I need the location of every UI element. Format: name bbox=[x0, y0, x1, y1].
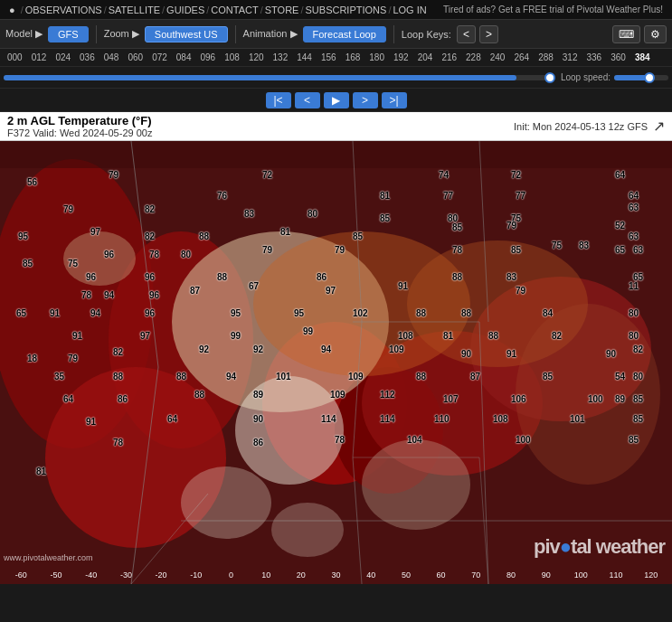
first-frame-button[interactable]: |< bbox=[266, 92, 291, 108]
timestamp-108[interactable]: 108 bbox=[221, 52, 243, 62]
colorbar: -60-50-40-30-20-100102030405060708090100… bbox=[0, 564, 672, 584]
timestamp-024[interactable]: 024 bbox=[52, 52, 74, 62]
colorbar-label: -50 bbox=[39, 570, 74, 580]
timestamp-144[interactable]: 144 bbox=[293, 52, 316, 62]
colorbar-label: -10 bbox=[178, 570, 213, 580]
colorbar-label: 0 bbox=[213, 570, 249, 580]
colorbar-label: 40 bbox=[354, 570, 389, 580]
last-frame-button[interactable]: >| bbox=[382, 92, 407, 108]
timestamp-360[interactable]: 360 bbox=[607, 52, 629, 62]
nav-store[interactable]: STORE bbox=[265, 5, 299, 15]
animation-button[interactable]: Forecast Loop bbox=[303, 26, 386, 42]
nav-guides[interactable]: GUIDES bbox=[166, 5, 204, 15]
animation-label: Animation ▶ bbox=[243, 28, 298, 40]
timestamp-072[interactable]: 072 bbox=[148, 52, 171, 62]
timestamp-180[interactable]: 180 bbox=[365, 52, 388, 62]
toolbar-separator-3 bbox=[393, 25, 394, 43]
nav-satellite[interactable]: SATELLITE bbox=[109, 5, 160, 15]
temperature-map bbox=[0, 141, 672, 584]
svg-point-13 bbox=[516, 304, 660, 485]
settings-button[interactable]: ⚙ bbox=[644, 25, 667, 43]
timestamp-048[interactable]: 048 bbox=[100, 52, 123, 62]
zoom-button[interactable]: Southwest US bbox=[145, 26, 228, 42]
loop-keys-label: Loop Keys: bbox=[402, 29, 451, 40]
play-button[interactable]: ▶ bbox=[324, 92, 349, 108]
top-nav: ● / OBSERVATIONS / SATELLITE / GUIDES / … bbox=[0, 0, 672, 20]
timestamp-192[interactable]: 192 bbox=[390, 52, 412, 62]
colorbar-label: 50 bbox=[389, 570, 424, 580]
timestamp-228[interactable]: 228 bbox=[462, 52, 485, 62]
svg-point-29 bbox=[362, 439, 470, 530]
speed-track[interactable] bbox=[614, 75, 668, 80]
timestamp-204[interactable]: 204 bbox=[414, 52, 437, 62]
info-bar: 2 m AGL Temperature (°F) F372 Valid: Wed… bbox=[0, 112, 672, 141]
timestamp-000[interactable]: 000 bbox=[4, 52, 26, 62]
svg-point-10 bbox=[63, 231, 136, 286]
next-frame-button[interactable]: > bbox=[353, 92, 378, 108]
svg-rect-14 bbox=[0, 141, 672, 168]
info-right: Init: Mon 2024-05-13 12z GFS ↗ bbox=[514, 118, 665, 135]
map-container: 5679727472647681777764798283808580756395… bbox=[0, 141, 672, 584]
timestamp-312[interactable]: 312 bbox=[559, 52, 582, 62]
colorbar-label: 110 bbox=[599, 570, 634, 580]
timestamp-216[interactable]: 216 bbox=[438, 52, 460, 62]
prev-frame-button[interactable]: < bbox=[295, 92, 320, 108]
brand-watermark: piv●tal weather bbox=[534, 535, 665, 559]
speed-thumb[interactable] bbox=[644, 72, 655, 83]
loop-speed-label: Loop speed: bbox=[561, 72, 610, 82]
scrubber-thumb[interactable] bbox=[544, 72, 555, 83]
scrubber-bar[interactable]: Loop speed: bbox=[0, 67, 672, 89]
scrubber-fill bbox=[4, 75, 516, 80]
scrubber-track[interactable] bbox=[4, 75, 555, 80]
timestamp-084[interactable]: 084 bbox=[173, 52, 195, 62]
toolbar-separator-1 bbox=[96, 25, 97, 43]
timestamp-120[interactable]: 120 bbox=[245, 52, 268, 62]
keyboard-button[interactable]: ⌨ bbox=[612, 25, 640, 43]
timestamp-288[interactable]: 288 bbox=[535, 52, 557, 62]
timestamp-096[interactable]: 096 bbox=[197, 52, 220, 62]
timestamp-156[interactable]: 156 bbox=[317, 52, 340, 62]
loop-key-next-button[interactable]: > bbox=[479, 25, 498, 43]
toolbar: Model ▶ GFS Zoom ▶ Southwest US Animatio… bbox=[0, 20, 672, 49]
timestamp-384[interactable]: 384 bbox=[631, 52, 654, 62]
nav-subscriptions[interactable]: SUBSCRIPTIONS bbox=[306, 5, 387, 15]
timestamp-bar: 0000120240360480600720840961081201321441… bbox=[0, 49, 672, 67]
share-icon[interactable]: ↗ bbox=[653, 118, 665, 135]
loop-key-prev-button[interactable]: < bbox=[457, 25, 476, 43]
timestamp-132[interactable]: 132 bbox=[270, 52, 292, 62]
colorbar-labels: -60-50-40-30-20-100102030405060708090100… bbox=[0, 570, 672, 580]
svg-point-28 bbox=[271, 503, 344, 557]
nav-logo: ● bbox=[9, 5, 15, 15]
info-left: 2 m AGL Temperature (°F) F372 Valid: Wed… bbox=[7, 114, 152, 138]
colorbar-label: 20 bbox=[284, 570, 319, 580]
nav-contact[interactable]: CONTACT bbox=[211, 5, 258, 15]
colorbar-label: 90 bbox=[528, 570, 563, 580]
nav-observations[interactable]: OBSERVATIONS bbox=[25, 5, 102, 15]
colorbar-label: -40 bbox=[73, 570, 109, 580]
svg-point-27 bbox=[181, 466, 271, 539]
colorbar-label: 80 bbox=[494, 570, 529, 580]
model-label: Model ▶ bbox=[5, 28, 43, 40]
svg-point-9 bbox=[235, 376, 344, 485]
nav-login[interactable]: LOG IN bbox=[393, 5, 426, 15]
colorbar-label: -60 bbox=[4, 570, 39, 580]
zoom-label: Zoom ▶ bbox=[104, 28, 139, 40]
timestamp-036[interactable]: 036 bbox=[76, 52, 99, 62]
colorbar-label: 100 bbox=[563, 570, 599, 580]
timestamp-240[interactable]: 240 bbox=[487, 52, 509, 62]
colorbar-label: -30 bbox=[109, 570, 144, 580]
toolbar-separator-2 bbox=[235, 25, 236, 43]
model-button[interactable]: GFS bbox=[48, 26, 89, 42]
timestamp-264[interactable]: 264 bbox=[510, 52, 533, 62]
timestamp-336[interactable]: 336 bbox=[583, 52, 606, 62]
colorbar-label: 60 bbox=[423, 570, 459, 580]
colorbar-label: 10 bbox=[249, 570, 284, 580]
valid-line: F372 Valid: Wed 2024-05-29 00z bbox=[7, 127, 152, 138]
timestamp-168[interactable]: 168 bbox=[342, 52, 364, 62]
watermark: www.pivotalweather.com bbox=[4, 553, 93, 562]
timestamp-060[interactable]: 060 bbox=[124, 52, 147, 62]
colorbar-label: 120 bbox=[633, 570, 668, 580]
timestamp-012[interactable]: 012 bbox=[28, 52, 51, 62]
colorbar-label: -20 bbox=[144, 570, 179, 580]
ad-text: Tired of ads? Get a FREE trial of Pivota… bbox=[443, 5, 663, 14]
